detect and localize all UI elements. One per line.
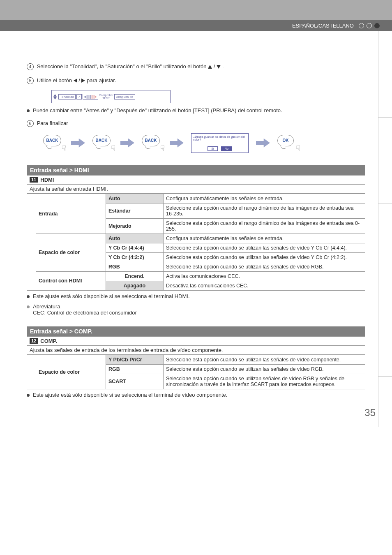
step-number: 4 (27, 63, 34, 70)
step-text: Para finalizar (37, 120, 68, 126)
test-label: TEST (99, 97, 113, 99)
side-tab (378, 31, 392, 118)
arrow-right-icon (120, 139, 134, 148)
circle-icon (367, 23, 372, 28)
arrow-right-icon (170, 139, 184, 148)
option: Mejorado (106, 218, 164, 234)
side-tab (378, 118, 392, 204)
note-row: Este ajuste está sólo disponible si se s… (27, 392, 365, 398)
note-row: Este ajuste está sólo disponible si se s… (27, 293, 365, 299)
section-title-comp: Entrada señal > COMP. (27, 326, 365, 336)
back-bubble: BACK (43, 135, 61, 146)
row-label: Espacio de color (36, 355, 106, 389)
circle-filled-icon (374, 23, 380, 28)
section-desc: Ajusta la señal de entrada HDMI. (27, 185, 365, 194)
option-desc: Seleccione esta opción cuando se utiliza… (164, 252, 365, 262)
hdmi-table: Entrada Auto Configura automáticamente l… (27, 194, 365, 291)
note-row: Puede cambiar entre "Antes de" y "Despué… (27, 107, 365, 113)
arrow-right-icon (256, 139, 270, 148)
right-arrow-icon (81, 79, 85, 83)
step-5: 5 Utilice el botón / para ajustar. (27, 76, 365, 85)
section-desc: Ajusta las señales de entrada de los ter… (27, 346, 365, 355)
up-arrow-icon (208, 65, 212, 69)
step-text: Seleccione la "Tonalidad", la "Saturació… (37, 63, 207, 69)
sub-label: COMP. (40, 338, 57, 344)
check-label: Comprobar (99, 94, 113, 97)
option-desc: Seleccione esta opción cuando se utiliza… (164, 374, 365, 389)
back-button[interactable]: BACK ☟ (142, 135, 162, 151)
yes-button[interactable]: Sí (208, 146, 218, 151)
bullet-icon (27, 295, 30, 298)
ticks-right: |||||▸ (91, 95, 97, 99)
row-label: Espacio de color (36, 234, 106, 271)
divider: / (78, 77, 80, 83)
sub-title-comp: 12 COMP. (27, 336, 365, 346)
option-desc: Desactiva las comunicaciones CEC. (164, 281, 365, 290)
sub-label: HDMI (40, 177, 54, 183)
back-button[interactable]: BACK ☟ (43, 135, 64, 151)
option: Encend. (106, 271, 164, 281)
bullet-icon (27, 394, 30, 397)
slider-bar: ◂||||||| |||||▸ (83, 94, 98, 99)
slider-label: Tonalidad (58, 94, 76, 99)
hand-icon: ☟ (296, 144, 300, 153)
option: RGB (106, 262, 164, 271)
step-number: 5 (27, 77, 34, 84)
option: Auto (106, 234, 164, 243)
check-column: Comprobar TEST (99, 94, 113, 99)
option-desc: Seleccione esta opción cuando se utiliza… (164, 355, 365, 364)
bullet-icon (27, 305, 30, 308)
dialog-buttons: Sí No (208, 146, 232, 151)
abbrev-desc: CEC: Control de electrónica del consumid… (33, 310, 137, 316)
finalize-flow: BACK ☟ BACK ☟ BACK ☟ ¿Desea guardar los … (43, 133, 365, 153)
content: 4 Seleccione la "Tonalidad", la "Saturac… (0, 20, 392, 398)
option: Apagado (106, 281, 164, 290)
option: Estándar (106, 203, 164, 218)
ticks-left: ◂||||||| (84, 95, 91, 99)
note-text: Este ajuste está sólo disponible si se s… (33, 392, 227, 398)
row-label: Control con HDMI (36, 271, 106, 290)
step-text: . (222, 63, 224, 69)
note-text: Puede cambiar entre "Antes de" y "Despué… (33, 107, 282, 113)
slider-graphic: Tonalidad 7 ◂||||||| |||||▸ Comprobar TE… (51, 90, 171, 103)
item-number: 12 (30, 338, 38, 344)
option: RGB (106, 364, 164, 374)
indent-cell (27, 355, 36, 389)
ok-button[interactable]: OK ☟ (277, 135, 298, 151)
abbrev-label: Abreviatura (33, 303, 137, 310)
option-desc: Seleccione esta opción cuando se utiliza… (164, 364, 365, 374)
after-label: Después de (114, 94, 135, 99)
hand-icon: ☟ (111, 144, 115, 153)
option: Y Cb Cr (4:2:2) (106, 252, 164, 262)
bullet-icon (27, 109, 30, 112)
hand-icon: ☟ (160, 144, 165, 153)
option: Auto (106, 194, 164, 203)
side-tab (378, 204, 392, 290)
row-label: Entrada (36, 194, 106, 234)
step-text: Utilice el botón (37, 77, 72, 83)
option: Y Cb Cr (4:4:4) (106, 243, 164, 252)
option-desc: Configura automáticamente las señales de… (164, 194, 365, 203)
indent-cell (27, 194, 36, 290)
no-button[interactable]: No (221, 146, 232, 151)
step-6: 6 Para finalizar (27, 119, 365, 127)
hand-icon: ☟ (62, 144, 66, 153)
arrow-right-icon (71, 139, 85, 148)
note-row: Abreviatura CEC: Control de electrónica … (27, 303, 365, 316)
step-4: 4 Seleccione la "Tonalidad", la "Saturac… (27, 62, 365, 71)
page-indicator (359, 23, 380, 28)
option-desc: Seleccione esta opción cuando el rango d… (164, 218, 365, 234)
divider: / (214, 63, 215, 69)
step-text: para ajustar. (87, 77, 116, 83)
option-desc: Activa las comunicaciones CEC. (164, 271, 365, 281)
side-tab (378, 290, 392, 377)
side-tab (378, 377, 392, 427)
header-bar: ESPAÑOL/CASTELLANO (0, 20, 392, 31)
circle-icon (359, 23, 364, 28)
item-number: 11 (30, 177, 38, 183)
sub-title-hdmi: 11 HDMI (27, 175, 365, 185)
ok-bubble: OK (277, 135, 294, 146)
slider-value: 7 (76, 94, 81, 99)
comp-table: Espacio de color Y Pb/Cb Pr/Cr Seleccion… (27, 355, 365, 389)
back-button[interactable]: BACK ☟ (92, 135, 113, 151)
